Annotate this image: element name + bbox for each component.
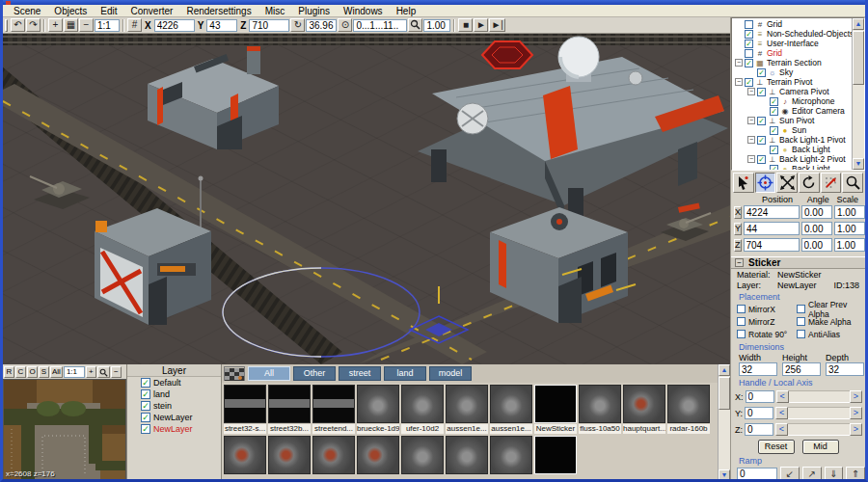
menu-item[interactable]: Objects [47,6,94,16]
tree-item[interactable]: ● Back Light [732,164,852,170]
tree-item-checkbox[interactable] [745,20,753,29]
placement-checkbox-row[interactable]: Rotate 90° [737,328,797,340]
dimension-input[interactable] [826,362,864,376]
asset-thumbnail-image[interactable] [357,385,399,423]
tree-item[interactable]: # Grid [732,19,852,29]
play-to-end-button[interactable]: ►| [489,18,505,32]
asset-thumbnail-image[interactable] [312,385,355,423]
slider-left-arrow[interactable]: < [776,390,789,403]
ramp-left-down-button[interactable]: ↙ [780,467,800,481]
asset-thumbnail[interactable] [490,436,532,474]
asset-thumbnail-image[interactable] [357,436,399,474]
tree-item-checkbox[interactable] [745,30,753,39]
asset-thumbnail[interactable] [224,436,266,474]
asset-thumbnail[interactable] [534,436,577,474]
position-field[interactable] [744,222,800,235]
asset-tab[interactable]: street [339,366,381,381]
tree-item[interactable]: ● Back Light [732,145,852,154]
handle-axis-input[interactable] [745,423,773,436]
range-field[interactable] [353,19,407,32]
toolbar-grip[interactable] [5,19,8,32]
asset-thumbnail[interactable] [401,436,444,474]
asset-thumbnail[interactable]: ufer-10d2 [401,385,444,434]
select-tool[interactable] [733,173,754,193]
tree-item[interactable]: ≡ Non-Scheduled-Objects [732,29,852,39]
minimap-ratio-field[interactable] [64,366,85,378]
tree-item-checkbox[interactable] [770,146,778,154]
minimap-mode-button[interactable]: R [4,366,14,378]
minimap-mode-button[interactable]: C [15,366,26,378]
asset-thumbnail-image[interactable] [490,385,532,423]
angle-field[interactable] [306,19,337,32]
zoom-ratio-field[interactable] [95,19,120,32]
menu-item[interactable]: Misc [258,6,292,16]
tree-item-checkbox[interactable] [757,88,766,96]
slider-track[interactable] [789,390,850,403]
scene-viewport[interactable] [3,34,730,364]
tree-expander[interactable] [747,155,755,163]
tree-item[interactable]: ▦ Terrain Section [732,58,852,67]
asset-tab[interactable]: Other [293,366,336,381]
scroll-down-arrow[interactable]: ▼ [719,469,730,481]
mid-button[interactable]: Mid [802,440,839,454]
asset-thumbnail-image[interactable] [312,436,355,474]
asset-thumbnail-image[interactable] [534,436,577,474]
tree-item-checkbox[interactable] [745,59,753,67]
placement-checkbox[interactable] [737,305,746,313]
position-field[interactable] [744,205,800,219]
tree-item[interactable]: ⊥ Back Light-1 Pivot [732,135,852,145]
placement-checkbox-row[interactable]: MirrorX [737,303,797,315]
slider-track[interactable] [788,407,850,419]
asset-tab[interactable]: model [429,366,472,381]
asset-thumbnail-image[interactable] [401,385,444,423]
tree-item-checkbox[interactable] [770,107,778,116]
minimap-zoom-in-button[interactable]: + [86,366,96,378]
target-tool[interactable] [755,173,776,193]
minimap-view[interactable]: x=2608 z=176 [3,379,126,481]
asset-thumbnail[interactable]: NewSticker [534,385,577,434]
tree-item-checkbox[interactable] [745,78,753,87]
asset-thumbnail[interactable]: aussen1e... [490,385,532,434]
tree-item-checkbox[interactable] [770,97,778,106]
snap-grid-button[interactable]: # [127,18,142,32]
rotate-angle-icon[interactable]: ↻ [290,18,305,32]
asset-tab[interactable]: All [248,366,290,381]
asset-thumbnail[interactable]: fluss-10a50 [579,385,621,434]
asset-thumbnail-image[interactable] [224,385,266,423]
tree-expander[interactable] [735,59,743,67]
tree-item[interactable]: ☼ Sky [732,67,852,77]
asset-thumbnail-image[interactable] [446,385,488,423]
asset-thumbnail[interactable] [268,436,311,474]
redo-button[interactable]: ↷ [26,18,41,32]
slider-right-arrow[interactable]: > [850,390,862,403]
angle-field[interactable] [801,238,832,252]
asset-thumbnail-image[interactable] [534,385,577,423]
handle-axis-slider[interactable]: < > [775,407,862,419]
dimension-input[interactable] [782,362,821,376]
layer-checkbox[interactable] [141,401,150,411]
position-field[interactable] [744,238,800,252]
tree-item-checkbox[interactable] [770,165,778,170]
asset-thumbnail[interactable]: street32-s... [224,385,266,434]
y-coord-field[interactable] [206,19,237,32]
asset-thumbnail[interactable]: streetend... [312,385,355,434]
tree-item[interactable]: ⊥ Terrain Pivot [732,77,852,87]
ramp-down-button[interactable]: ⇓ [825,467,844,481]
slider-track[interactable] [788,423,850,436]
stop-button[interactable]: ■ [458,18,473,32]
layer-row[interactable]: NewLayer [127,412,221,423]
placement-checkbox[interactable] [737,330,746,338]
layer-checkbox[interactable] [141,413,150,422]
axis-button[interactable]: X [734,206,742,219]
snap-tool[interactable] [821,173,842,193]
placement-checkbox-row[interactable]: Make Alpha [797,315,865,328]
undo-button[interactable]: ↶ [11,18,25,32]
asset-thumbnail[interactable] [446,436,488,474]
asset-thumbnail[interactable]: street32b... [268,385,311,434]
x-coord-field[interactable] [154,19,195,32]
asset-thumbnail[interactable]: aussen1e... [446,385,488,434]
tree-expander[interactable] [747,136,755,144]
menu-item[interactable]: Plugins [291,6,337,16]
asset-thumbnail-image[interactable] [401,436,444,474]
menu-item[interactable]: Converter [124,6,180,16]
